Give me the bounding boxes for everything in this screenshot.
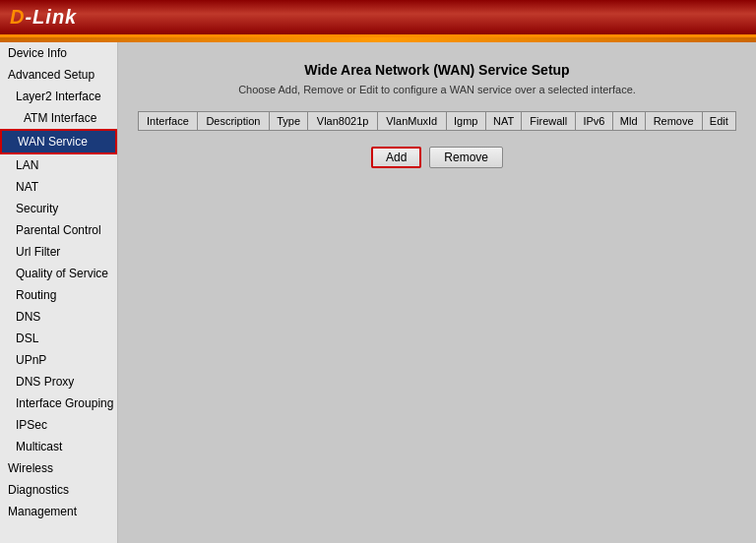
- table-header-mld: Mld: [612, 112, 645, 131]
- sidebar-item-dns-proxy[interactable]: DNS Proxy: [0, 371, 117, 392]
- sidebar-item-url-filter[interactable]: Url Filter: [0, 241, 117, 263]
- sidebar-item-interface-grouping[interactable]: Interface Grouping: [0, 392, 117, 414]
- main-content: Wide Area Network (WAN) Service Setup Ch…: [118, 42, 756, 543]
- table-header-vlan8021p: Vlan8021p: [308, 112, 377, 131]
- sidebar-item-dns[interactable]: DNS: [0, 306, 117, 328]
- table-header-nat: NAT: [485, 112, 522, 131]
- table-header-edit: Edit: [702, 112, 735, 131]
- table-header-type: Type: [269, 112, 308, 131]
- sidebar-item-ipsec[interactable]: IPSec: [0, 414, 117, 436]
- sidebar-item-wan-service[interactable]: WAN Service: [0, 129, 117, 154]
- table-header-igmp: Igmp: [446, 112, 485, 131]
- logo: D-Link: [10, 6, 77, 29]
- sidebar-item-management[interactable]: Management: [0, 501, 117, 522]
- logo-dash: D: [10, 6, 25, 28]
- logo-rest: -Link: [25, 6, 77, 28]
- sidebar-item-security[interactable]: Security: [0, 198, 117, 219]
- sidebar-item-quality-of-service[interactable]: Quality of Service: [0, 263, 117, 284]
- remove-button[interactable]: Remove: [429, 147, 503, 168]
- sidebar-item-multicast[interactable]: Multicast: [0, 436, 117, 457]
- sidebar-item-nat[interactable]: NAT: [0, 176, 117, 198]
- table-header-ipv6: IPv6: [576, 112, 613, 131]
- table-header-firewall: Firewall: [522, 112, 576, 131]
- sidebar-item-diagnostics[interactable]: Diagnostics: [0, 479, 117, 501]
- sidebar-item-atm-interface[interactable]: ATM Interface: [0, 107, 117, 129]
- sidebar-item-wireless[interactable]: Wireless: [0, 457, 117, 479]
- sidebar-item-device-info[interactable]: Device Info: [0, 42, 117, 64]
- sidebar-item-parental-control[interactable]: Parental Control: [0, 219, 117, 241]
- header: D-Link: [0, 0, 756, 37]
- add-button[interactable]: Add: [371, 147, 421, 168]
- table-header-description: Description: [197, 112, 269, 131]
- table-header-interface: Interface: [139, 112, 198, 131]
- table-header-vlanmuxid: VlanMuxId: [377, 112, 446, 131]
- sidebar-item-routing[interactable]: Routing: [0, 284, 117, 306]
- button-area: Add Remove: [138, 147, 736, 168]
- layout: Device InfoAdvanced SetupLayer2 Interfac…: [0, 42, 756, 543]
- sidebar: Device InfoAdvanced SetupLayer2 Interfac…: [0, 42, 118, 543]
- sidebar-item-upnp[interactable]: UPnP: [0, 349, 117, 371]
- page-subtitle: Choose Add, Remove or Edit to configure …: [138, 84, 736, 95]
- page-title: Wide Area Network (WAN) Service Setup: [138, 62, 736, 78]
- wan-table: InterfaceDescriptionTypeVlan8021pVlanMux…: [138, 111, 736, 131]
- table-header-remove: Remove: [645, 112, 702, 131]
- sidebar-item-layer2-interface[interactable]: Layer2 Interface: [0, 86, 117, 107]
- sidebar-item-advanced-setup[interactable]: Advanced Setup: [0, 64, 117, 86]
- sidebar-item-lan[interactable]: LAN: [0, 154, 117, 176]
- sidebar-item-dsl[interactable]: DSL: [0, 328, 117, 349]
